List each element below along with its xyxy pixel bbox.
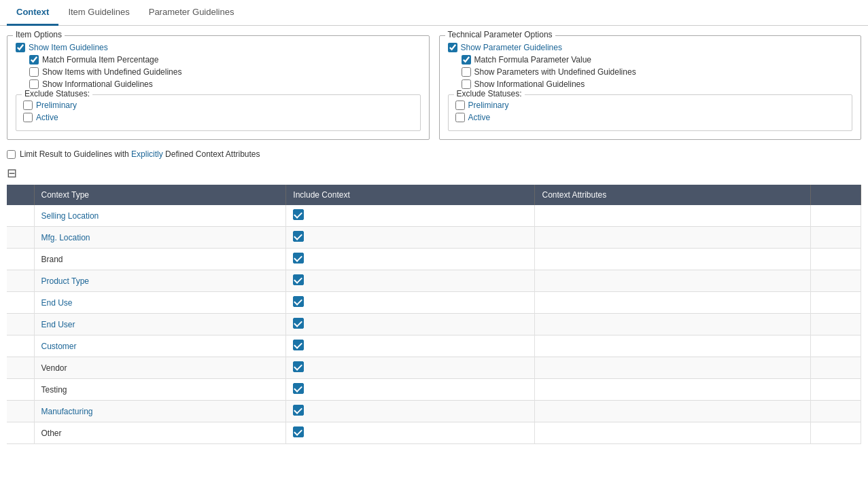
match-formula-item-label[interactable]: Match Formula Item Percentage [42, 55, 158, 65]
show-items-undefined-label[interactable]: Show Items with Undefined Guidelines [42, 67, 181, 77]
context-attributes-cell [535, 422, 811, 444]
tab-context[interactable]: Context [7, 0, 58, 26]
context-type-cell: Other [34, 422, 286, 444]
item-active-checkbox[interactable] [23, 113, 33, 122]
include-context-checked[interactable] [293, 296, 304, 307]
include-context-checked[interactable] [293, 426, 304, 437]
include-context-cell[interactable] [286, 401, 535, 422]
context-type-link[interactable]: Mfg. Location [41, 233, 90, 242]
show-item-guidelines-row: Show Item Guidelines [16, 43, 421, 52]
item-active-label[interactable]: Active [36, 113, 58, 122]
include-context-cell[interactable] [286, 422, 535, 444]
param-exclude-statuses-box: Exclude Statuses: Preliminary Active [448, 94, 853, 131]
context-type-text: Other [41, 429, 62, 438]
table-row: End Use [7, 292, 861, 314]
extra-cell [811, 314, 861, 335]
match-formula-item-checkbox[interactable] [29, 55, 39, 65]
context-attributes-cell [535, 205, 811, 227]
include-context-checked[interactable] [293, 361, 304, 372]
row-select-cell [7, 249, 34, 270]
param-preliminary-checkbox[interactable] [455, 101, 465, 110]
include-context-checked[interactable] [293, 231, 304, 242]
param-active-checkbox[interactable] [455, 113, 465, 122]
include-context-checked[interactable] [293, 253, 304, 263]
table-row: Testing [7, 379, 861, 401]
show-informational-param-checkbox[interactable] [462, 79, 471, 89]
show-param-guidelines-checkbox[interactable] [448, 43, 457, 52]
row-select-cell [7, 422, 34, 444]
context-type-link[interactable]: Manufacturing [41, 407, 93, 416]
show-items-undefined-checkbox[interactable] [29, 67, 39, 77]
grid-settings-icon[interactable]: ⊟ [7, 166, 17, 180]
include-context-cell[interactable] [286, 270, 535, 292]
col-header-select [7, 185, 34, 205]
show-item-guidelines-checkbox[interactable] [16, 43, 25, 52]
limit-result-checkbox[interactable] [7, 150, 16, 159]
context-type-link[interactable]: Product Type [41, 276, 90, 286]
limit-label-part3: Defined Context Attributes [163, 149, 260, 159]
context-type-link[interactable]: Customer [41, 342, 77, 351]
tech-param-options-box: Technical Parameter Options Show Paramet… [439, 35, 862, 140]
context-type-cell: Vendor [34, 357, 286, 379]
tab-parameter-guidelines[interactable]: Parameter Guidelines [139, 0, 244, 26]
table-row: Product Type [7, 270, 861, 292]
include-context-checked[interactable] [293, 405, 304, 416]
include-context-cell[interactable] [286, 249, 535, 270]
extra-cell [811, 422, 861, 444]
item-options-box: Item Options Show Item Guidelines Match … [7, 35, 430, 140]
context-attributes-cell [535, 227, 811, 249]
table-row: Vendor [7, 357, 861, 379]
include-context-checked[interactable] [293, 318, 304, 329]
show-param-guidelines-label[interactable]: Show Parameter Guidelines [461, 43, 562, 52]
row-select-cell [7, 314, 34, 335]
context-type-cell: Product Type [34, 270, 286, 292]
include-context-checked[interactable] [293, 274, 304, 285]
match-formula-param-label[interactable]: Match Formula Parameter Value [474, 55, 592, 65]
context-attributes-cell [535, 249, 811, 270]
show-informational-item-checkbox[interactable] [29, 79, 39, 89]
item-preliminary-checkbox[interactable] [23, 101, 33, 110]
include-context-checked[interactable] [293, 340, 304, 350]
include-context-cell[interactable] [286, 379, 535, 401]
limit-result-row: Limit Result to Guidelines with Explicit… [7, 149, 861, 159]
limit-result-label[interactable]: Limit Result to Guidelines with Explicit… [20, 149, 260, 159]
context-type-link[interactable]: End User [41, 320, 75, 329]
options-row: Item Options Show Item Guidelines Match … [7, 35, 861, 140]
extra-cell [811, 249, 861, 270]
param-active-label[interactable]: Active [468, 113, 491, 122]
match-formula-param-row: Match Formula Parameter Value [462, 55, 853, 65]
show-params-undefined-label[interactable]: Show Parameters with Undefined Guideline… [474, 67, 636, 77]
context-type-link[interactable]: End Use [41, 298, 73, 308]
include-context-cell[interactable] [286, 205, 535, 227]
include-context-cell[interactable] [286, 335, 535, 357]
include-context-checked[interactable] [293, 209, 304, 220]
tab-item-guidelines[interactable]: Item Guidelines [58, 0, 139, 26]
show-param-guidelines-row: Show Parameter Guidelines [448, 43, 853, 52]
include-context-checked[interactable] [293, 383, 304, 394]
context-attributes-cell [535, 335, 811, 357]
match-formula-param-checkbox[interactable] [462, 55, 471, 65]
show-params-undefined-row: Show Parameters with Undefined Guideline… [462, 67, 853, 77]
show-informational-item-label[interactable]: Show Informational Guidelines [42, 79, 153, 89]
param-active-row: Active [455, 113, 846, 122]
include-context-cell[interactable] [286, 227, 535, 249]
extra-cell [811, 379, 861, 401]
context-type-cell: Manufacturing [34, 401, 286, 422]
param-exclude-legend: Exclude Statuses: [454, 89, 525, 98]
item-exclude-legend: Exclude Statuses: [22, 89, 92, 98]
include-context-cell[interactable] [286, 357, 535, 379]
show-informational-item-row: Show Informational Guidelines [29, 79, 421, 89]
item-preliminary-label[interactable]: Preliminary [36, 101, 77, 110]
include-context-cell[interactable] [286, 292, 535, 314]
row-select-cell [7, 227, 34, 249]
col-header-context-attributes: Context Attributes [535, 185, 811, 205]
include-context-cell[interactable] [286, 314, 535, 335]
context-attributes-cell [535, 401, 811, 422]
toolbar-row: ⊟ [7, 166, 861, 181]
context-type-cell: End User [34, 314, 286, 335]
show-informational-param-label[interactable]: Show Informational Guidelines [474, 79, 585, 89]
param-preliminary-label[interactable]: Preliminary [468, 101, 509, 110]
context-type-link[interactable]: Selling Location [41, 211, 99, 221]
show-params-undefined-checkbox[interactable] [462, 67, 471, 77]
show-item-guidelines-label[interactable]: Show Item Guidelines [29, 43, 108, 52]
